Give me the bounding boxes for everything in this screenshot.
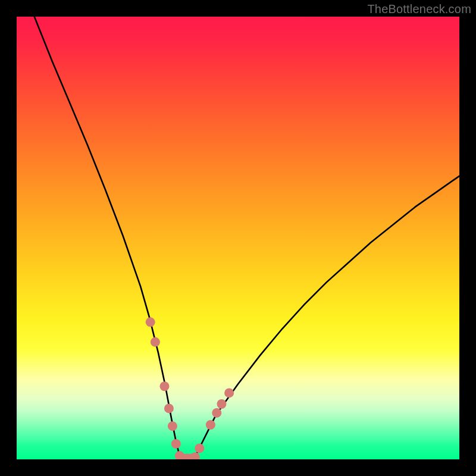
highlight-dot (146, 317, 155, 327)
chart-svg (17, 17, 459, 459)
highlight-dot (190, 452, 200, 459)
highlight-dot (217, 399, 226, 409)
highlight-dot (171, 439, 181, 449)
plot-area (17, 17, 459, 459)
highlight-dot (224, 388, 234, 397)
highlight-dot (168, 421, 177, 431)
watermark-text: TheBottleneck.com (367, 2, 471, 16)
marker-layer (146, 317, 234, 459)
highlight-dot (160, 381, 170, 391)
highlight-dot (151, 337, 160, 347)
curve-layer (35, 17, 459, 459)
highlight-dot (195, 443, 204, 453)
highlight-dot (206, 420, 215, 430)
bottleneck-curve (35, 17, 459, 459)
highlight-dot (164, 403, 174, 413)
chart-frame: TheBottleneck.com (0, 0, 476, 476)
highlight-dot (212, 408, 221, 418)
